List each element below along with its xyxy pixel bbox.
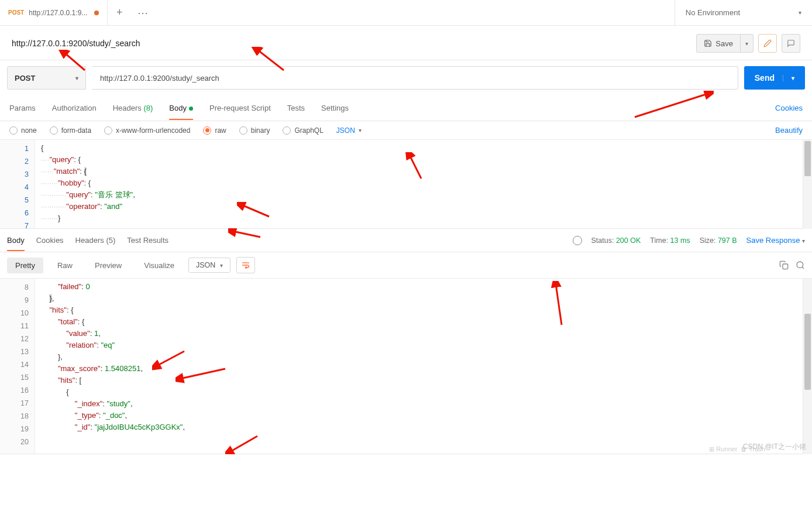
svg-line-3 [802, 267, 804, 269]
save-label: Save [715, 39, 733, 48]
save-response-link[interactable]: Save Response ▾ [746, 236, 805, 245]
comment-icon [787, 39, 795, 47]
tab-headers[interactable]: Headers (8) [113, 97, 153, 119]
tab-title: http://127.0.0.1:9... [29, 9, 87, 17]
chevron-down-icon: ▾ [783, 75, 794, 81]
globe-icon[interactable] [573, 236, 582, 245]
editor-scrollbar[interactable] [803, 140, 812, 229]
chevron-down-icon: ▾ [75, 75, 78, 81]
footer-runner: ⊞ Runner 🗑 Trash [709, 445, 765, 453]
svg-point-2 [797, 262, 803, 268]
tab-params[interactable]: Params [9, 97, 36, 119]
method-label: POST [15, 74, 35, 83]
tab-method-badge: POST [8, 9, 24, 16]
tab-bar: POST http://127.0.0.1:9... + ⋯ No Enviro… [0, 0, 812, 26]
size-label: Size: 797 B [700, 236, 737, 245]
save-button[interactable]: Save ▾ [696, 34, 753, 53]
cookies-link[interactable]: Cookies [775, 104, 803, 112]
more-tabs-button[interactable]: ⋯ [131, 0, 154, 26]
radio-urlencoded[interactable]: x-www-form-urlencoded [104, 126, 190, 135]
response-view-tabs: Pretty Raw Preview Visualize JSON▾ [0, 252, 812, 279]
response-body-editor[interactable]: 891011121314151617181920 "failed": 0 }, … [0, 279, 812, 454]
view-raw[interactable]: Raw [49, 258, 81, 273]
radio-raw[interactable]: raw [203, 126, 226, 135]
editor-code[interactable]: { ····"query": { ······"match": { ······… [35, 140, 812, 228]
method-select[interactable]: POST ▾ [7, 66, 86, 90]
edit-button[interactable] [758, 34, 777, 53]
view-visualize[interactable]: Visualize [136, 258, 183, 273]
response-gutter: 891011121314151617181920 [0, 279, 35, 454]
chevron-down-icon: ▾ [745, 40, 748, 47]
request-subtabs: Params Authorization Headers (8) Body Pr… [0, 95, 812, 121]
tab-tests[interactable]: Tests [287, 97, 305, 119]
request-title: http://127.0.0.1:9200/study/_search [12, 39, 140, 48]
request-title-bar: http://127.0.0.1:9200/study/_search Save… [0, 26, 812, 60]
time-label: Time: 13 ms [650, 236, 690, 245]
tab-settings[interactable]: Settings [321, 97, 349, 119]
response-tabs: Body Cookies Headers (5) Test Results St… [0, 229, 812, 252]
body-format-select[interactable]: JSON▾ [336, 126, 362, 135]
chevron-down-icon: ▾ [802, 238, 805, 244]
editor-gutter: 1234567 [0, 140, 35, 228]
chevron-down-icon: ▾ [799, 9, 801, 16]
send-label: Send [755, 73, 775, 83]
response-scrollbar[interactable] [803, 279, 812, 454]
radio-none[interactable]: none [9, 126, 37, 135]
resp-tab-cookies[interactable]: Cookies [36, 230, 64, 251]
resp-tab-headers[interactable]: Headers (5) [75, 230, 116, 251]
tab-prerequest[interactable]: Pre-request Script [209, 97, 271, 119]
wrap-icon [241, 261, 250, 269]
save-icon [704, 39, 712, 47]
search-icon[interactable] [796, 260, 805, 270]
request-body-editor[interactable]: 1234567 { ····"query": { ······"match": … [0, 140, 812, 229]
radio-binary[interactable]: binary [239, 126, 270, 135]
resp-tab-tests[interactable]: Test Results [127, 230, 168, 251]
wrap-lines-button[interactable] [236, 257, 255, 273]
comment-button[interactable] [782, 34, 800, 53]
body-type-bar: none form-data x-www-form-urlencoded raw… [0, 121, 812, 140]
chevron-down-icon: ▾ [220, 262, 223, 269]
radio-graphql[interactable]: GraphQL [283, 126, 323, 135]
view-preview[interactable]: Preview [87, 258, 130, 273]
url-input[interactable]: http://127.0.0.1:9200/study/_search [92, 66, 738, 90]
send-button[interactable]: Send ▾ [744, 66, 805, 90]
new-tab-button[interactable]: + [108, 0, 131, 26]
resp-tab-body[interactable]: Body [7, 230, 25, 251]
pencil-icon [763, 39, 772, 47]
chevron-down-icon: ▾ [359, 127, 362, 133]
tab-body[interactable]: Body [169, 97, 193, 119]
response-format-select[interactable]: JSON▾ [188, 258, 230, 273]
environment-label: No Environment [686, 8, 740, 17]
copy-icon[interactable] [779, 260, 789, 270]
environment-select[interactable]: No Environment ▾ [675, 0, 812, 26]
save-dropdown[interactable]: ▾ [740, 35, 753, 52]
response-code[interactable]: "failed": 0 }, "hits": { "total": { "val… [35, 279, 812, 454]
body-active-dot-icon [189, 107, 193, 111]
beautify-link[interactable]: Beautify [775, 126, 803, 135]
request-tab[interactable]: POST http://127.0.0.1:9... [0, 0, 108, 26]
unsaved-dot-icon [94, 11, 99, 15]
view-pretty[interactable]: Pretty [7, 258, 43, 273]
radio-formdata[interactable]: form-data [50, 126, 91, 135]
url-text: http://127.0.0.1:9200/study/_search [100, 74, 219, 83]
svg-rect-1 [783, 264, 788, 269]
url-bar: POST ▾ http://127.0.0.1:9200/study/_sear… [0, 60, 812, 95]
status-label: Status: 200 OK [591, 236, 641, 245]
tab-authorization[interactable]: Authorization [52, 97, 97, 119]
